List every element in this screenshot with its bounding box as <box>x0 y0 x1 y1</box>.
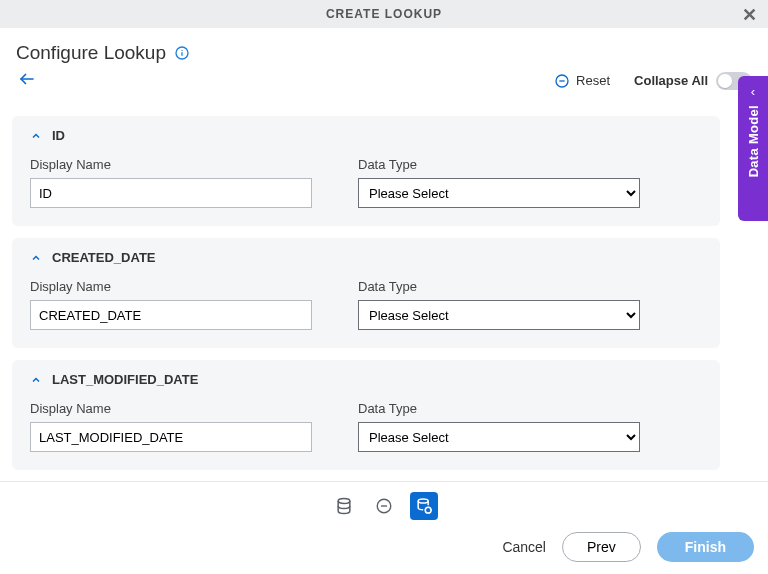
display-name-label: Display Name <box>30 157 312 172</box>
panel-title: CREATED_DATE <box>52 250 156 265</box>
prev-button[interactable]: Prev <box>562 532 641 562</box>
finish-button[interactable]: Finish <box>657 532 754 562</box>
data-type-select[interactable]: Please Select <box>358 300 640 330</box>
content-area: ID Display Name Data Type Please Select … <box>12 116 724 480</box>
data-type-select[interactable]: Please Select <box>358 422 640 452</box>
data-type-label: Data Type <box>358 401 640 416</box>
button-row: Cancel Prev Finish <box>0 526 768 574</box>
svg-point-9 <box>418 499 428 503</box>
configure-icon[interactable] <box>410 492 438 520</box>
page-title: Configure Lookup <box>16 42 166 64</box>
cancel-button[interactable]: Cancel <box>502 539 546 555</box>
panel-header[interactable]: ID <box>30 128 702 143</box>
panel-created-date: CREATED_DATE Display Name Data Type Plea… <box>12 238 720 348</box>
display-name-input[interactable] <box>30 300 312 330</box>
data-type-select[interactable]: Please Select <box>358 178 640 208</box>
display-name-input[interactable] <box>30 178 312 208</box>
chevron-up-icon <box>30 252 42 264</box>
panel-id: ID Display Name Data Type Please Select <box>12 116 720 226</box>
data-type-label: Data Type <box>358 279 640 294</box>
panel-title: ID <box>52 128 65 143</box>
back-arrow-icon[interactable] <box>16 70 38 91</box>
titlebar: CREATE LOOKUP ✕ <box>0 0 768 28</box>
data-model-label: Data Model <box>746 105 761 177</box>
svg-point-2 <box>181 50 182 51</box>
reset-label: Reset <box>576 73 610 88</box>
display-name-label: Display Name <box>30 279 312 294</box>
info-icon[interactable] <box>174 45 190 61</box>
collapse-all-toggle[interactable]: Collapse All <box>634 72 752 90</box>
chevron-up-icon <box>30 130 42 142</box>
modal-title: CREATE LOOKUP <box>326 7 442 21</box>
subheader: Reset Collapse All <box>0 70 768 99</box>
close-icon[interactable]: ✕ <box>742 4 758 26</box>
collapse-all-label: Collapse All <box>634 73 708 88</box>
database-icon[interactable] <box>330 492 358 520</box>
page-header: Configure Lookup <box>0 28 768 70</box>
filter-icon[interactable] <box>370 492 398 520</box>
reset-button[interactable]: Reset <box>554 73 610 89</box>
panel-title: LAST_MODIFIED_DATE <box>52 372 198 387</box>
reset-icon <box>554 73 570 89</box>
panel-last-modified-date: LAST_MODIFIED_DATE Display Name Data Typ… <box>12 360 720 470</box>
display-name-input[interactable] <box>30 422 312 452</box>
step-icons <box>0 482 768 526</box>
panel-header[interactable]: LAST_MODIFIED_DATE <box>30 372 702 387</box>
chevron-up-icon <box>30 374 42 386</box>
footer: Cancel Prev Finish <box>0 481 768 574</box>
data-type-label: Data Type <box>358 157 640 172</box>
data-model-tab[interactable]: ‹ Data Model <box>738 76 768 221</box>
panel-header[interactable]: CREATED_DATE <box>30 250 702 265</box>
display-name-label: Display Name <box>30 401 312 416</box>
chevron-left-icon: ‹ <box>751 84 755 99</box>
svg-point-6 <box>338 499 350 504</box>
